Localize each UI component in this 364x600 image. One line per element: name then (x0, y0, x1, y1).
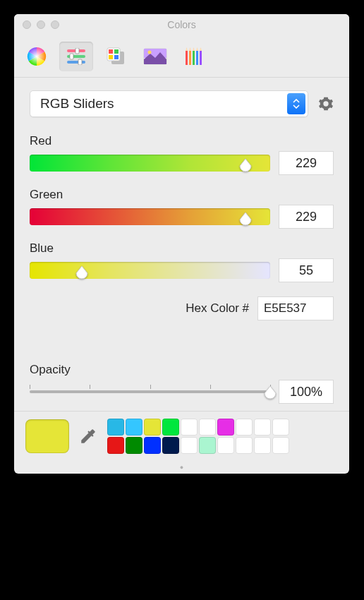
green-label: Green (30, 188, 334, 202)
opacity-label: Opacity (30, 363, 334, 377)
blue-value-input[interactable] (279, 258, 334, 282)
blue-slider-thumb[interactable] (74, 265, 90, 280)
opacity-slider[interactable] (30, 390, 270, 393)
swatch[interactable] (217, 437, 234, 454)
red-value-input[interactable] (279, 151, 334, 175)
traffic-lights (14, 20, 59, 29)
swatch[interactable] (236, 437, 253, 454)
svg-rect-4 (75, 48, 79, 54)
swatch[interactable] (272, 419, 289, 436)
content-area: RGB Sliders Red Gree (14, 78, 349, 411)
slider-mode-select[interactable]: RGB Sliders (30, 90, 308, 117)
swatch[interactable] (126, 437, 142, 454)
svg-rect-6 (78, 59, 82, 65)
swatch[interactable] (126, 419, 142, 436)
window-title: Colors (14, 19, 349, 30)
svg-rect-24 (200, 51, 202, 65)
svg-rect-18 (189, 51, 191, 65)
svg-rect-11 (109, 55, 113, 59)
eyedropper-icon[interactable] (79, 427, 97, 445)
hex-label: Hex Color # (186, 301, 249, 316)
green-channel: Green (30, 188, 334, 229)
swatch[interactable] (144, 437, 161, 454)
swatch[interactable] (107, 419, 124, 436)
svg-rect-5 (70, 54, 73, 59)
close-window-button[interactable] (23, 20, 31, 29)
swatch[interactable] (199, 437, 216, 454)
svg-rect-12 (114, 55, 119, 59)
svg-rect-10 (114, 49, 119, 54)
red-slider[interactable] (30, 155, 270, 172)
blue-slider[interactable] (30, 262, 270, 279)
palette-icon (105, 47, 126, 66)
swatch[interactable] (107, 437, 124, 454)
blue-label: Blue (30, 241, 334, 256)
opacity-section: Opacity (30, 363, 334, 404)
swatch[interactable] (199, 419, 216, 436)
blue-channel: Blue (30, 241, 334, 282)
svg-point-15 (148, 50, 152, 54)
swatch[interactable] (254, 437, 271, 454)
red-slider-thumb[interactable] (238, 157, 253, 173)
svg-rect-22 (196, 51, 198, 65)
svg-marker-23 (196, 47, 198, 51)
swatch[interactable] (254, 419, 271, 436)
hex-value-input[interactable] (257, 296, 334, 320)
swatch[interactable] (162, 437, 179, 454)
slider-mode-label: RGB Sliders (30, 96, 114, 112)
image-icon (143, 48, 167, 65)
mode-row: RGB Sliders (30, 90, 334, 117)
color-wheel-icon (27, 47, 47, 66)
opacity-value-input[interactable] (279, 380, 334, 404)
color-palettes-tab[interactable] (99, 42, 133, 71)
red-channel: Red (30, 134, 334, 175)
gear-icon[interactable] (318, 96, 334, 112)
svg-marker-17 (186, 47, 188, 51)
current-color-well[interactable] (25, 419, 69, 453)
swatch[interactable] (272, 437, 289, 454)
svg-marker-25 (200, 47, 202, 51)
sliders-icon (66, 48, 87, 65)
swatch[interactable] (162, 419, 179, 436)
svg-rect-9 (109, 49, 113, 54)
footer (14, 411, 349, 464)
zoom-window-button[interactable] (51, 20, 59, 29)
pencils-icon (184, 47, 205, 66)
svg-point-0 (28, 47, 46, 66)
green-value-input[interactable] (279, 205, 334, 229)
pencils-tab[interactable] (178, 42, 212, 71)
picker-toolbar (14, 35, 349, 78)
svg-rect-3 (67, 61, 85, 64)
image-palettes-tab[interactable] (138, 42, 172, 71)
color-wheel-tab[interactable] (20, 42, 54, 71)
pager-dot-icon: ● (14, 464, 349, 474)
red-label: Red (30, 134, 334, 148)
select-arrows-icon (287, 93, 305, 114)
swatch[interactable] (181, 419, 198, 436)
green-slider[interactable] (30, 208, 270, 225)
svg-rect-16 (186, 51, 188, 65)
svg-rect-20 (193, 51, 195, 65)
minimize-window-button[interactable] (37, 20, 45, 29)
swatch[interactable] (236, 419, 253, 436)
swatch[interactable] (144, 419, 161, 436)
color-sliders-tab[interactable] (59, 42, 93, 71)
hex-row: Hex Color # (30, 296, 334, 320)
opacity-slider-thumb[interactable] (262, 385, 278, 400)
green-slider-thumb[interactable] (238, 211, 253, 227)
swatch[interactable] (217, 419, 234, 436)
swatch[interactable] (181, 437, 198, 454)
titlebar: Colors (14, 14, 349, 35)
swatch-grid (107, 419, 289, 454)
svg-marker-21 (193, 47, 195, 51)
svg-marker-19 (189, 47, 191, 51)
colors-window: Colors (14, 14, 349, 474)
